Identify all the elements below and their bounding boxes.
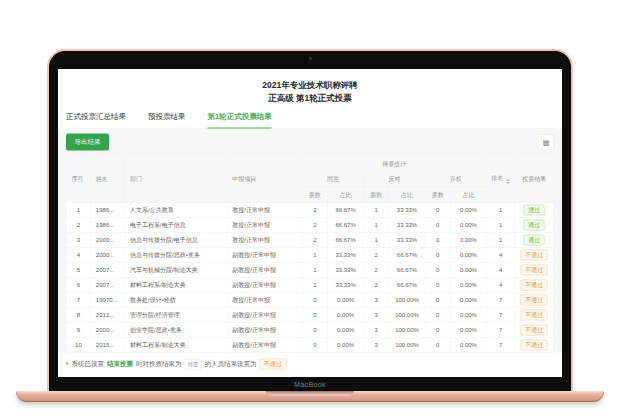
cell-project: 副教授/正常申报 bbox=[227, 277, 302, 292]
cell-result: 不通过 bbox=[515, 277, 554, 292]
cell-abstain-votes: 0 bbox=[425, 322, 450, 337]
footnote-highlight: 结束投票 bbox=[107, 360, 133, 369]
webcam-icon bbox=[309, 57, 312, 60]
cell-abstain-pct: 0.00% bbox=[450, 217, 486, 232]
cell-dept: 创业学院/思政•党务 bbox=[125, 322, 227, 337]
col-result: 投票结果 bbox=[515, 156, 554, 203]
cell-project: 教授/正常申报 bbox=[227, 292, 302, 307]
app-screen: 2021年专业技术职称评聘 正高级 第1轮正式投票 正式投票汇总结果 预投票结果… bbox=[58, 69, 562, 377]
cell-abstain-votes: 0 bbox=[425, 232, 450, 247]
footnote-text-1: 系统已设置 bbox=[72, 360, 105, 369]
sort-caret-icon[interactable] bbox=[506, 178, 510, 184]
result-badge: 不通过 bbox=[521, 264, 548, 275]
tab-pre-vote[interactable]: 预投票结果 bbox=[148, 112, 186, 128]
col-agree-votes: 票数 bbox=[302, 187, 327, 203]
column-settings-button[interactable] bbox=[538, 135, 554, 150]
cell-oppose-votes: 2 bbox=[364, 247, 389, 262]
result-badge: 不通过 bbox=[521, 339, 548, 350]
cell-agree-pct: 66.67% bbox=[328, 217, 364, 232]
cell-abstain-votes: 0 bbox=[425, 307, 450, 322]
table-row: 42000...信息与传媒分院/思政•党务副教授/正常申报133.33%266.… bbox=[66, 247, 554, 262]
cell-agree-votes: 2 bbox=[302, 202, 327, 217]
result-badge: 不通过 bbox=[521, 249, 548, 260]
main-panel: 导出结果 序号 bbox=[58, 129, 562, 353]
cell-dept: 教务处/设计•轻纺 bbox=[125, 292, 227, 307]
cell-rank: 4 bbox=[486, 262, 514, 277]
cell-agree-pct: 0.00% bbox=[328, 337, 364, 352]
cell-abstain-votes: 0 bbox=[425, 217, 450, 232]
cell-name: 2000... bbox=[91, 232, 125, 247]
cell-dept: 信息与传媒分院/思政•党务 bbox=[125, 247, 227, 262]
cell-no: 8 bbox=[66, 307, 90, 322]
cell-project: 副教授/正常申报 bbox=[227, 307, 302, 322]
cell-agree-pct: 66.67% bbox=[328, 232, 364, 247]
cell-oppose-votes: 3 bbox=[364, 337, 389, 352]
result-badge: 通过 bbox=[524, 234, 545, 245]
cell-abstain-votes: 0 bbox=[425, 202, 450, 217]
laptop-screen-bezel: 2021年专业技术职称评聘 正高级 第1轮正式投票 正式投票汇总结果 预投票结果… bbox=[47, 49, 573, 391]
cell-agree-pct: 33.33% bbox=[328, 277, 364, 292]
cell-name: 1986... bbox=[91, 202, 125, 217]
cell-agree-pct: 0.00% bbox=[328, 307, 364, 322]
cell-oppose-pct: 33.33% bbox=[389, 232, 425, 247]
cell-agree-votes: 0 bbox=[302, 307, 327, 322]
cell-oppose-pct: 66.67% bbox=[389, 262, 425, 277]
cell-oppose-pct: 100.00% bbox=[389, 337, 425, 352]
cell-abstain-pct: 0.00% bbox=[450, 337, 486, 352]
tab-round1-results[interactable]: 第1轮正式投票结果 bbox=[208, 112, 272, 129]
toolbar: 导出结果 bbox=[58, 129, 562, 156]
footnote-text-2: 时对投票结果为 bbox=[136, 360, 182, 369]
cell-oppose-votes: 2 bbox=[364, 277, 389, 292]
cell-oppose-votes: 1 bbox=[364, 232, 389, 247]
required-asterisk: * bbox=[66, 360, 69, 368]
cell-no: 1 bbox=[66, 202, 90, 217]
cell-abstain-pct: 0.00% bbox=[450, 277, 486, 292]
cell-no: 4 bbox=[66, 247, 90, 262]
col-abstain: 弃权 bbox=[425, 171, 486, 187]
fail-tag: 不通过 bbox=[260, 359, 287, 370]
cell-rank: 1 bbox=[486, 217, 514, 232]
result-badge: 通过 bbox=[524, 204, 545, 215]
col-agree-pct: 占比 bbox=[328, 187, 364, 203]
cell-agree-votes: 2 bbox=[302, 232, 327, 247]
cell-abstain-votes: 0 bbox=[425, 337, 450, 352]
grid-icon bbox=[542, 138, 549, 146]
export-results-button[interactable]: 导出结果 bbox=[66, 134, 109, 151]
cell-project: 教授/正常申报 bbox=[227, 202, 302, 217]
table-row: 92000...创业学院/思政•党务副教授/正常申报00.00%3100.00%… bbox=[66, 322, 554, 337]
cell-abstain-pct: 0.00% bbox=[450, 307, 486, 322]
cell-oppose-votes: 3 bbox=[364, 322, 389, 337]
cell-agree-votes: 1 bbox=[302, 277, 327, 292]
cell-oppose-pct: 100.00% bbox=[389, 322, 425, 337]
cell-agree-pct: 33.33% bbox=[328, 262, 364, 277]
cell-abstain-pct: 0.00% bbox=[450, 292, 486, 307]
voting-app: 2021年专业技术职称评聘 正高级 第1轮正式投票 正式投票汇总结果 预投票结果… bbox=[58, 69, 562, 377]
cell-rank: 4 bbox=[486, 247, 514, 262]
cell-result: 通过 bbox=[515, 232, 554, 247]
rank-label: 排名 bbox=[491, 174, 503, 181]
title-line-1: 2021年专业技术职称评聘 bbox=[58, 79, 562, 92]
tab-formal-summary[interactable]: 正式投票汇总结果 bbox=[66, 112, 126, 128]
col-dept: 部门 bbox=[125, 156, 227, 203]
cell-abstain-pct: 0.00% bbox=[450, 322, 486, 337]
col-agree: 同意 bbox=[302, 171, 363, 187]
cell-result: 不通过 bbox=[515, 322, 554, 337]
cell-result: 不通过 bbox=[515, 337, 554, 352]
base-notch bbox=[266, 391, 354, 396]
title-line-2: 正高级 第1轮正式投票 bbox=[58, 92, 562, 105]
cell-project: 教授/正常申报 bbox=[227, 217, 302, 232]
cell-oppose-pct: 66.67% bbox=[389, 277, 425, 292]
col-name: 姓名 bbox=[91, 156, 125, 203]
cell-abstain-pct: 0.00% bbox=[450, 202, 486, 217]
cell-name: 2000... bbox=[91, 322, 125, 337]
cell-rank: 1 bbox=[486, 232, 514, 247]
cell-agree-pct: 0.00% bbox=[328, 292, 364, 307]
table-row: 719970...教务处/设计•轻纺教授/正常申报00.00%3100.00%0… bbox=[66, 292, 554, 307]
result-badge: 不通过 bbox=[521, 279, 548, 290]
cell-result: 通过 bbox=[515, 202, 554, 217]
cell-rank: 7 bbox=[486, 337, 514, 352]
cell-dept: 人文系/公共教育 bbox=[125, 202, 227, 217]
cell-oppose-votes: 3 bbox=[364, 307, 389, 322]
result-badge: 不通过 bbox=[521, 294, 548, 305]
result-badge: 不通过 bbox=[521, 309, 548, 320]
